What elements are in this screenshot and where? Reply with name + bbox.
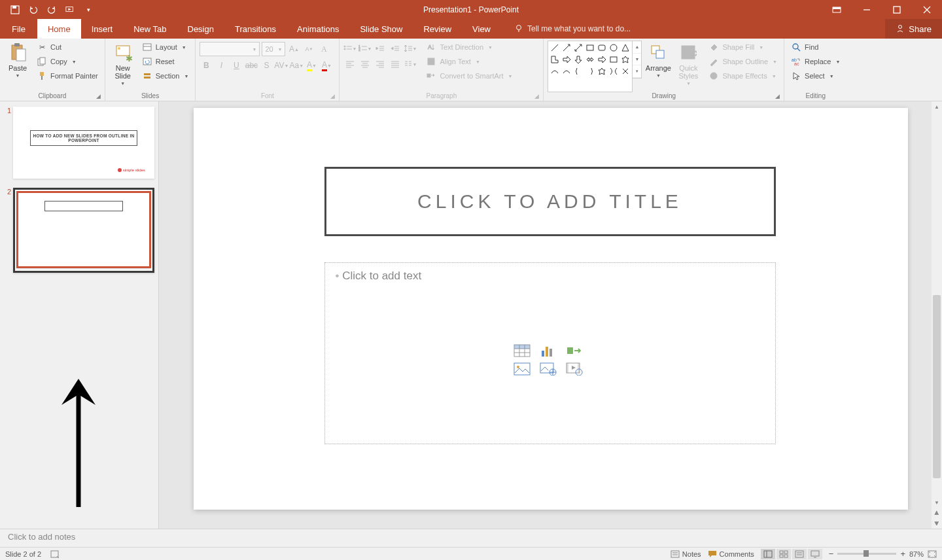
tab-review[interactable]: Review [413,19,462,39]
insert-chart-icon[interactable] [539,343,557,358]
format-painter-button[interactable]: Format Painter [34,69,101,82]
thumbnail-1[interactable]: 1 HOW TO ADD NEW SLIDES FROM OUTLINE IN … [4,107,154,179]
undo-icon[interactable] [29,5,38,14]
columns-icon[interactable]: ▼ [404,58,417,71]
shape-fill-button[interactable]: Shape Fill▼ [706,41,780,54]
notes-toggle[interactable]: Notes [671,550,701,558]
reading-view-icon[interactable] [792,549,807,559]
slide-canvas[interactable]: CLICK TO ADD TITLE Click to add text [194,108,908,510]
strikethrough-button[interactable]: abc [245,59,258,72]
insert-video-icon[interactable] [565,362,584,376]
sorter-view-icon[interactable] [776,549,791,559]
insert-picture-icon[interactable] [513,362,531,376]
align-center-icon[interactable] [358,58,372,71]
dialog-launcher-icon[interactable]: ◢ [534,93,539,99]
close-button[interactable] [912,0,942,19]
font-size-combo[interactable]: 20▼ [262,42,285,56]
slideshow-view-icon[interactable] [808,549,822,559]
underline-button[interactable]: U [230,59,243,72]
clear-formatting-icon[interactable]: A [317,43,330,56]
zoom-slider[interactable] [837,553,896,555]
paste-button[interactable]: Paste ▼ [4,41,31,92]
minimize-button[interactable] [852,0,882,19]
smartart-button[interactable]: Convert to SmartArt▼ [423,69,515,82]
layout-button[interactable]: Layout▼ [139,41,192,54]
tab-home[interactable]: Home [37,19,81,39]
zoom-in-icon[interactable]: + [900,549,905,559]
zoom-out-icon[interactable]: − [829,549,834,559]
numbering-button[interactable]: 12▼ [358,42,372,55]
bullets-button[interactable]: ▼ [343,42,357,55]
new-slide-button[interactable]: ✱ New Slide ▼ [109,41,137,92]
dialog-launcher-icon[interactable]: ◢ [330,93,335,99]
arrange-button[interactable]: Arrange▼ [644,41,672,92]
ribbon-display-icon[interactable] [822,0,852,19]
replace-button[interactable]: abacReplace▼ [788,55,843,68]
qat-more-icon[interactable]: ▾ [84,5,93,14]
content-insert-icons [513,343,587,376]
maximize-button[interactable] [882,0,912,19]
redo-icon[interactable] [47,5,56,14]
line-spacing-icon[interactable]: ▼ [404,42,417,55]
tab-design[interactable]: Design [177,19,224,39]
align-left-icon[interactable] [343,58,357,71]
font-family-combo[interactable]: ▼ [200,42,260,56]
tab-newtab[interactable]: New Tab [123,19,177,39]
tab-insert[interactable]: Insert [81,19,124,39]
align-right-icon[interactable] [374,58,387,71]
increase-indent-icon[interactable] [389,42,402,55]
insert-online-picture-icon[interactable] [539,362,557,376]
notes-pane[interactable]: Click to add notes [0,529,942,547]
find-button[interactable]: Find [788,41,843,54]
section-button[interactable]: Section▼ [139,69,192,82]
insert-table-icon[interactable] [513,343,531,358]
shape-effects-button[interactable]: Shape Effects▼ [706,69,780,82]
font-color-icon[interactable]: A▼ [320,59,333,72]
save-icon[interactable] [10,5,20,14]
font-color-highlight-icon[interactable]: A▼ [305,59,318,72]
decrease-indent-icon[interactable] [374,42,387,55]
prev-slide-icon[interactable]: ⯅ [932,508,942,518]
comments-toggle[interactable]: Comments [708,550,754,558]
shapes-gallery[interactable] [548,41,633,92]
quick-styles-button[interactable]: Abc Quick Styles▼ [674,41,702,92]
zoom-percent[interactable]: 87% [909,550,924,558]
share-button[interactable]: Share [885,19,942,39]
italic-button[interactable]: I [215,59,228,72]
shadow-button[interactable]: S [260,59,273,72]
grow-font-icon[interactable]: A▲ [287,43,300,56]
align-text-button[interactable]: Align Text▼ [423,55,515,68]
reset-button[interactable]: Reset [139,55,192,68]
copy-button[interactable]: Copy▼ [34,55,101,68]
vertical-scrollbar[interactable]: ▲ ▼ ⯅ ⯆ [932,101,942,529]
dialog-launcher-icon[interactable]: ◢ [96,93,101,99]
scroll-up-icon[interactable]: ▲ [932,101,942,112]
shrink-font-icon[interactable]: A▼ [302,43,315,56]
tab-file[interactable]: File [0,19,37,39]
content-placeholder[interactable]: Click to add text [324,262,776,444]
dialog-launcher-icon[interactable]: ◢ [775,93,780,99]
select-button[interactable]: Select▼ [788,69,843,82]
gallery-scroll[interactable]: ▲▼▾ [633,41,642,79]
next-slide-icon[interactable]: ⯆ [932,518,942,529]
tab-transitions[interactable]: Transitions [224,19,287,39]
tell-me-search[interactable]: Tell me what you want to do... [501,19,631,39]
tab-view[interactable]: View [462,19,501,39]
normal-view-icon[interactable] [761,549,775,559]
fit-to-window-icon[interactable] [928,550,937,558]
spellcheck-icon[interactable] [50,550,61,559]
scroll-down-icon[interactable]: ▼ [932,497,942,508]
tab-slideshow[interactable]: Slide Show [349,19,413,39]
change-case-button[interactable]: Aa▼ [290,59,303,72]
justify-icon[interactable] [389,58,402,71]
text-direction-button[interactable]: AText Direction▼ [423,41,515,54]
char-spacing-button[interactable]: AV▼ [275,59,288,72]
shape-outline-button[interactable]: Shape Outline▼ [706,55,780,68]
tab-animations[interactable]: Animations [287,19,349,39]
thumbnail-2[interactable]: 2 [4,188,154,273]
start-from-beginning-icon[interactable] [65,5,75,14]
cut-button[interactable]: ✂Cut [34,41,101,54]
bold-button[interactable]: B [200,59,213,72]
title-placeholder[interactable]: CLICK TO ADD TITLE [324,167,776,236]
insert-smartart-icon[interactable] [565,343,584,358]
